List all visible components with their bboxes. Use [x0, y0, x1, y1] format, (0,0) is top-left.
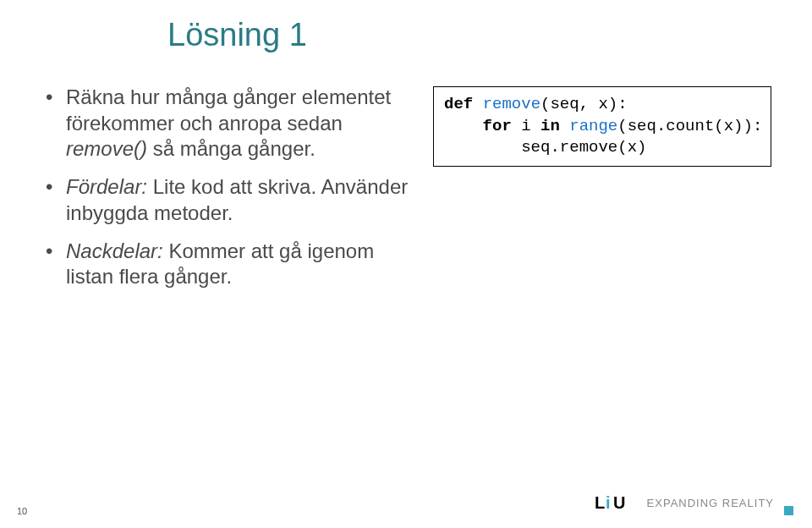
right-column: def remove(seq, x): for i in range(seq.c… — [433, 86, 771, 302]
footer-right: L i U EXPANDING REALITY — [595, 492, 793, 513]
code-indent — [444, 117, 483, 135]
slide-title: Lösning 1 — [167, 17, 307, 53]
code-indent — [444, 138, 521, 157]
code-box: def remove(seq, x): for i in range(seq.c… — [433, 86, 771, 167]
code-keyword: for — [483, 117, 512, 135]
bullet-italic-label: Fördelar: — [66, 175, 147, 198]
slide: Lösning 1 Räkna hur många gånger element… — [0, 0, 812, 528]
code-keyword: def — [444, 95, 473, 113]
content-columns: Räkna hur många gånger elementet förekom… — [46, 85, 771, 302]
liu-logo-icon: L i U — [595, 492, 639, 513]
bullet-italic-label: Nackdelar: — [66, 239, 163, 262]
code-text — [473, 95, 482, 113]
code-text: (seq, x): — [540, 95, 628, 113]
code-text: (seq.count(x)): — [617, 117, 762, 135]
bullet-text: Räkna hur många gånger elementet förekom… — [66, 85, 391, 135]
code-text: i — [512, 117, 540, 135]
bullet-item: Nackdelar: Kommer att gå igenom listan f… — [46, 239, 409, 290]
bullet-list: Räkna hur många gånger elementet förekom… — [46, 85, 409, 290]
code-function: range — [560, 117, 617, 135]
code-function: remove — [483, 95, 540, 113]
svg-text:L: L — [595, 493, 605, 512]
bullet-item: Räkna hur många gånger elementet förekom… — [46, 85, 409, 162]
code-text: seq.remove(x) — [521, 138, 646, 157]
left-column: Räkna hur många gånger elementet förekom… — [46, 85, 409, 302]
corner-square-icon — [784, 506, 793, 515]
bullet-item: Fördelar: Lite kod att skriva. Använder … — [46, 174, 409, 226]
bullet-italic: remove() — [66, 137, 147, 160]
code-keyword: in — [540, 117, 560, 135]
svg-text:U: U — [613, 493, 625, 512]
svg-text:i: i — [606, 493, 611, 512]
footer-tagline: EXPANDING REALITY — [647, 497, 774, 509]
page-number: 10 — [17, 506, 27, 516]
bullet-text-tail: så många gånger. — [147, 137, 315, 160]
